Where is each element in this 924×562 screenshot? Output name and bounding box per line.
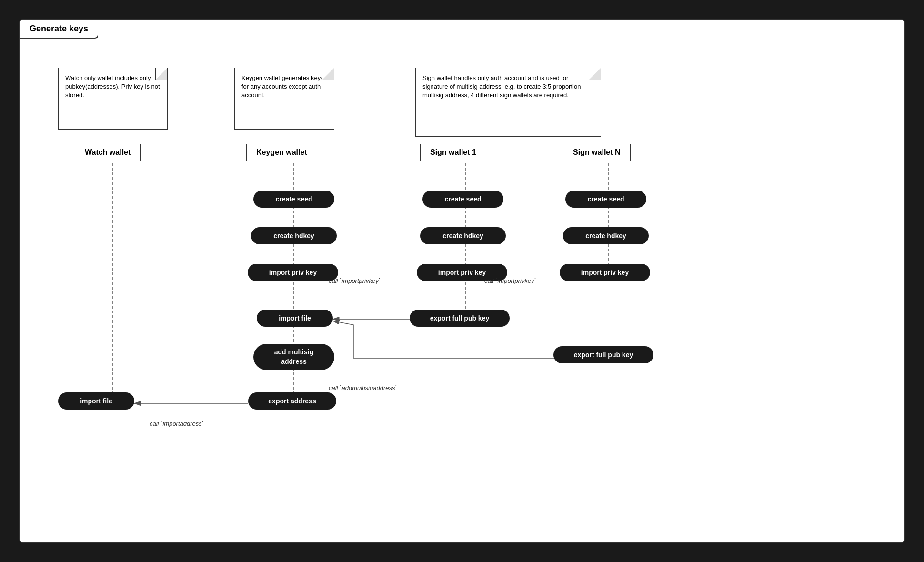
call-importprivkey-1-label: call `importprivkey` xyxy=(329,277,381,284)
note-sign-wallet: Sign wallet handles only auth account an… xyxy=(415,68,601,137)
keygen-create-seed-pill: create seed xyxy=(253,191,334,208)
diagram-title: Generate keys xyxy=(20,20,99,39)
sign-wallet-n-label: Sign wallet N xyxy=(563,144,631,161)
signn-create-seed-pill: create seed xyxy=(565,191,646,208)
keygen-export-address-pill: export address xyxy=(248,392,336,410)
call-importprivkey-2-label: call `importprivkey` xyxy=(484,277,536,284)
watch-import-file-pill: import file xyxy=(58,392,134,410)
diagram-content: Watch only wallet includes only pubkey(a… xyxy=(20,44,904,542)
keygen-create-hdkey-pill: create hdkey xyxy=(251,227,337,244)
signn-create-hdkey-pill: create hdkey xyxy=(563,227,649,244)
signn-import-priv-key-pill: import priv key xyxy=(560,264,650,281)
sign1-export-full-pub-key-pill: export full pub key xyxy=(410,310,510,327)
keygen-import-file-pill: import file xyxy=(257,310,333,327)
sign1-create-hdkey-pill: create hdkey xyxy=(420,227,506,244)
note-keygen-wallet: Keygen wallet generates keys for any acc… xyxy=(234,68,334,130)
call-importaddress-label: call `importaddress` xyxy=(150,420,204,427)
sign-wallet-1-label: Sign wallet 1 xyxy=(420,144,486,161)
call-addmultisig-label: call `addmultisigaddress` xyxy=(329,384,397,391)
keygen-wallet-label: Keygen wallet xyxy=(246,144,317,161)
watch-wallet-label: Watch wallet xyxy=(75,144,141,161)
keygen-add-multisig-pill: add multisig address xyxy=(253,344,334,370)
note-watch-wallet: Watch only wallet includes only pubkey(a… xyxy=(58,68,168,130)
keygen-import-priv-key-pill: import priv key xyxy=(248,264,338,281)
diagram-container: Generate keys xyxy=(19,19,905,543)
sign1-create-seed-pill: create seed xyxy=(422,191,503,208)
signn-export-full-pub-key-pill: export full pub key xyxy=(553,346,653,363)
